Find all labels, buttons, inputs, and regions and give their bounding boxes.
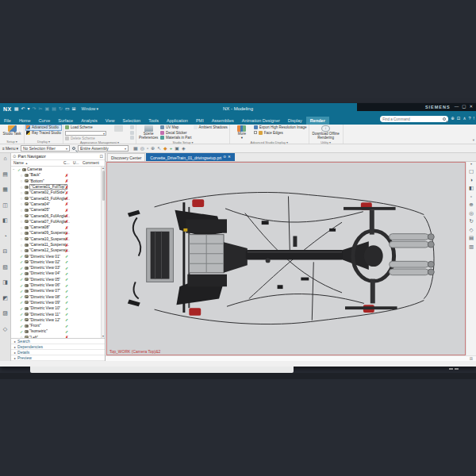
tree-row[interactable]: ✓ "Dimetric View 01" ✓: [11, 253, 105, 259]
ribbon-tab[interactable]: Render: [306, 117, 329, 125]
check-icon[interactable]: ✓: [17, 167, 21, 172]
tree-row[interactable]: ○ "Camera08" ✗: [11, 225, 105, 230]
orient-view-icon[interactable]: ◇: [470, 228, 474, 233]
check-icon[interactable]: ✓: [19, 324, 24, 328]
check-icon[interactable]: ✓: [19, 300, 24, 305]
appearance-gallery-button[interactable]: [108, 125, 129, 132]
system-scenes-icon[interactable]: ▨: [2, 310, 8, 316]
group-label-appearance[interactable]: Appearance Management▾: [65, 140, 134, 144]
tree-row[interactable]: ✓ "Dimetric View 11" ✓: [11, 311, 105, 317]
command-search-input[interactable]: [382, 117, 441, 121]
check-icon[interactable]: ✓: [19, 277, 24, 282]
ribbon-tab[interactable]: File: [0, 117, 15, 125]
ribbon-tab[interactable]: Display: [284, 117, 306, 125]
ribbon-tab[interactable]: Animation Designer: [238, 117, 284, 125]
tree-scrollbar[interactable]: ▲ ▼: [101, 167, 105, 338]
navigator-section[interactable]: ▸ Search: [11, 339, 105, 344]
tree-row[interactable]: ✓ "Dimetric View 06" ✓: [11, 282, 105, 288]
tree-row[interactable]: ✓ "Isometric" ✓: [11, 328, 105, 334]
paste-icon[interactable]: ▤: [52, 106, 56, 111]
ribbon-tab[interactable]: PMI: [192, 117, 208, 125]
check-icon[interactable]: ✓: [19, 312, 24, 317]
cut-icon[interactable]: ✂: [38, 106, 42, 111]
check-icon[interactable]: ✓: [19, 266, 24, 271]
navigator-section[interactable]: ▸ Preview: [11, 355, 105, 361]
saved-scene-button[interactable]: [130, 136, 134, 140]
existing-point-icon[interactable]: ▣: [175, 146, 179, 151]
check-icon[interactable]: ✓: [19, 289, 24, 294]
check-icon[interactable]: ○: [19, 236, 24, 241]
panel-options-icon[interactable]: ⊡: [99, 154, 103, 159]
copy-icon[interactable]: ▣: [45, 106, 50, 111]
check-icon[interactable]: ○: [19, 173, 24, 178]
uv-map-button[interactable]: UV Map: [160, 125, 192, 130]
command-search-box[interactable]: [380, 116, 448, 122]
tree-row[interactable]: ○ "Camera01_FullTop" ✗: [11, 184, 105, 190]
ribbon-tab[interactable]: Home: [15, 117, 35, 125]
collapse-ribbon-icon[interactable]: ∧: [463, 117, 466, 121]
resize-grip-icon[interactable]: ⊞: [470, 357, 473, 361]
undo-icon[interactable]: ↶: [21, 106, 25, 111]
scroll-thumb[interactable]: [102, 171, 106, 201]
tree-row[interactable]: ○ "Camera07_FullAngle... ✗: [11, 219, 105, 225]
ribbon-tab[interactable]: Analysis: [77, 117, 101, 125]
download-offline-rendering-button[interactable]: ↓ Download Offline Rendering: [311, 125, 341, 140]
tree-row[interactable]: ✓ "Dimetric View 12" ✓: [11, 317, 105, 323]
repeat-icon[interactable]: ↻: [59, 106, 63, 111]
scroll-up-icon[interactable]: ▲: [102, 167, 105, 170]
more-button[interactable]: More▾: [232, 125, 252, 140]
check-icon[interactable]: ✓: [19, 254, 24, 259]
studio-task-button[interactable]: Studio Task: [2, 125, 22, 136]
check-icon[interactable]: ○: [19, 225, 24, 230]
navigator-column-header[interactable]: Name▲ C... U... Comment: [11, 160, 105, 167]
tree-row[interactable]: ○ "Camera02_FullSide" ✗: [11, 190, 105, 195]
tab-discovery-center[interactable]: Discovery Center: [107, 153, 145, 161]
maximize-button[interactable]: ▢: [462, 105, 466, 109]
gutter-collapse-icon[interactable]: ▾: [470, 163, 472, 166]
close-button[interactable]: ✕: [469, 105, 473, 109]
process-studio-icon[interactable]: ▧: [2, 264, 8, 270]
tree-row[interactable]: ○ "Camera06_FullAngle... ✗: [11, 213, 105, 218]
tree-row[interactable]: ○ "Camera05" ✗: [11, 207, 105, 213]
tree-row[interactable]: ○ "Bottom" ✗: [11, 178, 105, 184]
ribbon-tab[interactable]: View: [102, 117, 119, 125]
background-icon[interactable]: ◧: [469, 186, 474, 191]
group-label-display[interactable]: Display▾: [26, 139, 61, 144]
touch-mode-icon[interactable]: ▭: [65, 106, 70, 111]
ribbon-overflow-icon[interactable]: ▾: [473, 138, 474, 142]
tree-row[interactable]: ○ "Back" ✗: [11, 172, 105, 178]
check-icon[interactable]: ○: [19, 213, 24, 218]
fit-view-icon[interactable]: ⊕: [469, 202, 473, 208]
endpoint-icon[interactable]: ▫: [147, 146, 148, 151]
save-icon[interactable]: ▦: [14, 106, 19, 111]
export-high-res-button[interactable]: Export High Resolution Image: [254, 125, 307, 130]
check-icon[interactable]: ✓: [19, 294, 24, 299]
advanced-studio-button[interactable]: Advanced Studio: [26, 125, 61, 130]
group-label-studio-setup[interactable]: Studio Setup▾: [138, 140, 228, 144]
check-icon[interactable]: ✓: [19, 306, 24, 311]
check-icon[interactable]: ✓: [19, 329, 24, 334]
render-style-icon[interactable]: ▢: [469, 169, 474, 175]
graphics-viewport[interactable]: Top_WORK (Camera Top)&2: [106, 162, 466, 355]
reuse-library-icon[interactable]: ◫: [2, 202, 8, 208]
search-in-assembly-icon[interactable]: [72, 147, 75, 150]
tree-row[interactable]: ○ "Camera04" ✗: [11, 202, 105, 207]
check-icon[interactable]: ○: [19, 178, 24, 183]
touch-panel-icon[interactable]: ◇: [3, 326, 7, 332]
snapshot-icon[interactable]: ▤: [469, 236, 474, 241]
materials-in-part-button[interactable]: Materials in Part: [160, 136, 192, 140]
check-icon[interactable]: ○: [19, 190, 24, 195]
part-navigator-icon[interactable]: ▦: [2, 186, 8, 192]
designate-button[interactable]: [130, 125, 134, 130]
scheme-combo[interactable]: [65, 131, 106, 136]
ribbon-tab[interactable]: Surface: [54, 117, 77, 125]
group-label-utility[interactable]: Utility▾: [311, 140, 341, 144]
help-icon[interactable]: ?: [468, 117, 470, 121]
intersection-icon[interactable]: ↖: [157, 146, 161, 151]
rotate-view-icon[interactable]: ↻: [469, 219, 473, 225]
navigator-section[interactable]: ▸ Dependencies: [11, 344, 105, 350]
tree-row[interactable]: ✓ "Dimetric View 10" ✓: [11, 305, 105, 311]
tree-row[interactable]: ✓ "Dimetric View 09" ✓: [11, 300, 105, 305]
web-browser-icon[interactable]: ⊟: [3, 248, 8, 254]
tree-row[interactable]: ○ "Left" ✗: [11, 335, 105, 338]
